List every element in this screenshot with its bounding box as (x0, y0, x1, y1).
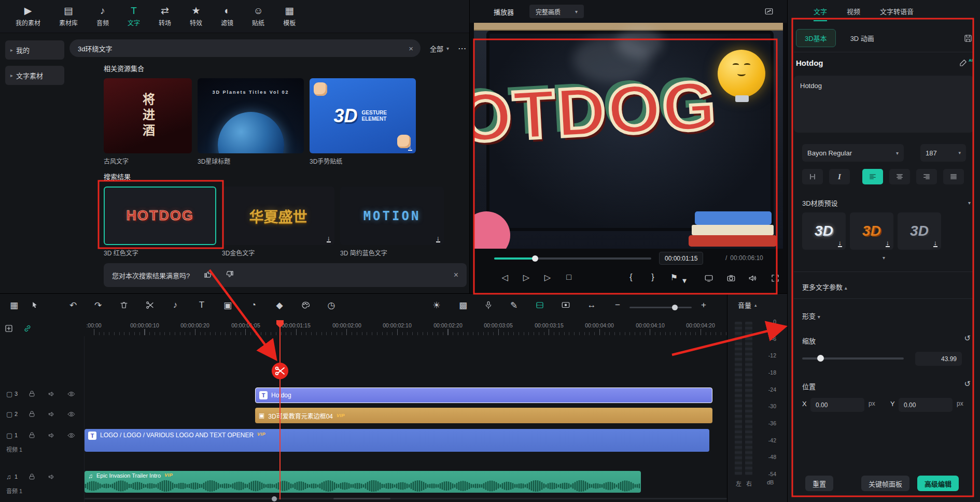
visibility-eye-icon[interactable] (67, 410, 75, 418)
download-icon[interactable]: ↓ (408, 143, 413, 151)
quality-dropdown[interactable]: 完整画质▾ (529, 5, 584, 18)
horizontal-scrollbar[interactable] (85, 498, 727, 499)
scale-reset-icon[interactable]: ↺ (964, 334, 971, 343)
visibility-eye-icon[interactable] (67, 432, 75, 439)
track-manager-icon[interactable]: ▦ (7, 300, 21, 311)
nav-stickers[interactable]: ☺贴纸 (252, 6, 264, 27)
seek-bar[interactable] (494, 257, 651, 260)
fit-timeline-icon[interactable]: ↔ (585, 300, 598, 310)
delete-icon[interactable] (117, 300, 131, 310)
play-icon[interactable]: ▷ (542, 272, 553, 282)
thumbs-down-icon[interactable] (226, 270, 234, 280)
lock-icon[interactable] (28, 473, 36, 481)
mirror-display-icon[interactable] (703, 272, 715, 283)
nav-filters[interactable]: ◐滤镜 (221, 6, 233, 27)
asset-thumbnail[interactable]: 3D Planets Titles Vol 02 (198, 78, 304, 153)
sidebar-item-text-assets[interactable]: ▸文字素材 (5, 66, 64, 85)
keyframe-panel-button[interactable]: 关键帧面板 (861, 476, 909, 491)
feedback-close-icon[interactable]: × (454, 270, 458, 280)
clip-audio-trailer[interactable]: ♫ Epic Invasion Trailer Intro VIP (85, 471, 641, 493)
nav-audio[interactable]: ♪音频 (96, 6, 109, 27)
undo-icon[interactable]: ↶ (66, 300, 80, 311)
tab-text-to-speech[interactable]: 文字转语音 (880, 6, 914, 21)
text-content-input[interactable]: Hotdog (794, 76, 974, 133)
mute-icon[interactable] (48, 473, 55, 481)
step-forward-icon[interactable]: ▷ (521, 272, 532, 282)
timeline-ruler[interactable]: :00:00 00:00:00:10 00:00:00:20 00:00:01:… (85, 321, 727, 336)
scopes-icon[interactable] (764, 7, 774, 16)
search-clear-icon[interactable]: × (409, 44, 413, 53)
search-input[interactable] (77, 44, 409, 53)
seek-handle[interactable] (532, 255, 538, 262)
asset-thumbnail[interactable]: 将进酒 (104, 78, 192, 153)
scale-slider[interactable] (802, 357, 904, 360)
letter-spacing-button[interactable] (802, 169, 823, 184)
position-reset-icon[interactable]: ↺ (964, 379, 971, 389)
chevron-down-icon[interactable]: ▾ (679, 276, 690, 285)
step-backward-icon[interactable]: ◁ (499, 272, 511, 282)
speed-icon[interactable]: ◔ (247, 300, 260, 310)
material-preset-orange[interactable]: 3D↓ (850, 212, 893, 250)
lock-icon[interactable] (28, 390, 36, 398)
subtab-3d-basic[interactable]: 3D基本 (796, 29, 836, 47)
more-options-button[interactable]: ··· (458, 45, 467, 52)
search-box[interactable]: × (69, 39, 421, 57)
auto-enhance-icon[interactable]: ☀ (430, 300, 443, 311)
detach-audio-icon[interactable]: ♪ (169, 300, 182, 310)
speaker-icon[interactable] (747, 272, 759, 283)
annotate-pen-icon[interactable]: ✎ (507, 300, 521, 311)
transform-section-toggle[interactable]: 形变 ▾ (802, 311, 820, 321)
mute-icon[interactable] (48, 390, 55, 398)
nav-my-media[interactable]: ▶我的素材 (16, 6, 40, 27)
y-value-input[interactable]: 0.00 (899, 398, 953, 412)
select-tool-icon[interactable] (28, 300, 41, 310)
font-family-dropdown[interactable]: Bayon Regular▾ (802, 144, 904, 162)
x-value-input[interactable]: 0.00 (810, 398, 864, 412)
mark-out-icon[interactable]: } (647, 272, 659, 282)
fullscreen-icon[interactable] (769, 272, 781, 283)
italic-button[interactable]: I (829, 169, 850, 184)
crop-icon[interactable]: ▣ (221, 300, 234, 311)
clip-3d-frame-element[interactable]: ▣ 3D可爱教育元素边框04 VIP (255, 408, 712, 423)
screen-record-icon[interactable] (559, 300, 572, 310)
asset-thumbnail[interactable]: 3D GESTURE ELEMENT ↓ (310, 78, 416, 153)
mosaic-icon[interactable]: ▩ (456, 300, 470, 311)
subtab-3d-animation[interactable]: 3D 动画 (850, 33, 874, 43)
scale-slider-handle[interactable] (817, 355, 824, 362)
download-icon[interactable]: ↓ (436, 235, 441, 242)
material-preset-gray[interactable]: 3D↓ (898, 212, 941, 250)
tab-text[interactable]: 文字 (814, 6, 827, 21)
redo-icon[interactable]: ↷ (91, 300, 105, 311)
tab-video[interactable]: 视频 (847, 6, 860, 21)
color-palette-icon[interactable] (299, 300, 312, 310)
clip-logo-opener[interactable]: T LOGO / LOGO / VARIOUS LOGO AND TEXT OP… (85, 429, 709, 452)
align-center-button[interactable] (889, 169, 910, 184)
sidebar-item-mine[interactable]: ▸我的 (5, 40, 64, 60)
keyframe-icon[interactable]: ◆ (273, 300, 286, 311)
save-preset-icon[interactable] (963, 34, 973, 43)
nav-text[interactable]: T文字 (128, 6, 140, 27)
download-icon[interactable]: ↓ (933, 239, 938, 247)
download-icon[interactable]: ↓ (838, 239, 843, 247)
align-justify-button[interactable] (943, 169, 964, 184)
ai-edit-icon[interactable]: AI (959, 58, 973, 67)
align-left-button[interactable] (862, 169, 883, 184)
scrollbar-thumb[interactable] (333, 498, 390, 499)
more-text-params-toggle[interactable]: 更多文字参数 ▴ (802, 282, 847, 292)
nav-effects[interactable]: ★特效 (190, 6, 202, 27)
text-tool-icon[interactable]: T (195, 300, 208, 310)
reset-button[interactable]: 重置 (805, 476, 833, 491)
zoom-out-icon[interactable]: − (611, 300, 624, 310)
asset-thumbnail[interactable]: MOTION↓ (340, 187, 444, 245)
font-size-input[interactable]: 187▾ (920, 144, 966, 162)
advanced-edit-button[interactable]: 高级编辑 (917, 476, 959, 491)
mute-icon[interactable] (48, 432, 55, 439)
zoom-slider-handle[interactable] (672, 305, 678, 310)
zoom-in-icon[interactable]: + (697, 300, 710, 310)
clip-text-hotdog[interactable]: T Hotdog (255, 388, 712, 403)
chroma-key-icon[interactable] (533, 300, 547, 310)
nav-stock-media[interactable]: ▤素材库 (59, 6, 78, 27)
download-icon[interactable]: ↓ (886, 239, 890, 247)
material-preset-silver[interactable]: 3D↓ (802, 212, 846, 250)
lock-icon[interactable] (28, 410, 36, 418)
